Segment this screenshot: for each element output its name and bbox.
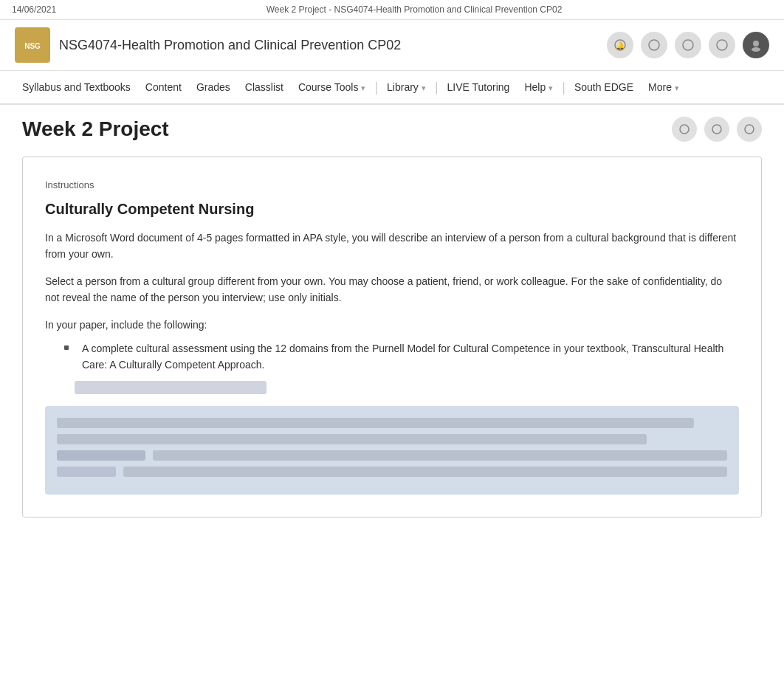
page-header-icons xyxy=(672,117,762,142)
user-icon xyxy=(749,38,763,52)
avatar[interactable] xyxy=(743,32,769,58)
bell-icon: 🔔 xyxy=(613,38,627,52)
nav-help[interactable]: Help xyxy=(517,71,560,103)
logo: NSG xyxy=(15,27,50,63)
mail-icon xyxy=(681,38,695,52)
svg-text:🔔: 🔔 xyxy=(616,41,625,50)
site-header: NSG NSG4074-Health Promotion and Clinica… xyxy=(0,20,784,71)
nav-divider-1: | xyxy=(373,80,379,94)
paragraph-1: In a Microsoft Word document of 4-5 page… xyxy=(45,230,739,263)
header-icon-4[interactable] xyxy=(709,32,735,58)
options-icon xyxy=(743,123,755,135)
header-icon-2[interactable] xyxy=(641,32,667,58)
bullet-list: A complete cultural assessment using the… xyxy=(45,340,739,374)
svg-point-4 xyxy=(649,40,659,50)
course-title: NSG4074-Health Promotion and Clinical Pr… xyxy=(59,38,401,53)
content-area: Instructions Culturally Competent Nursin… xyxy=(22,156,762,517)
breadcrumb: Week 2 Project - NSG4074-Health Promotio… xyxy=(267,4,563,15)
bookmark-icon xyxy=(711,123,723,135)
nav-syllabus[interactable]: Syllabus and Textbooks xyxy=(15,71,138,103)
chat-icon xyxy=(647,38,661,52)
svg-text:NSG: NSG xyxy=(24,42,41,50)
header-icon-1[interactable]: 🔔 xyxy=(607,32,633,58)
instructions-label: Instructions xyxy=(45,179,739,190)
svg-point-11 xyxy=(745,125,754,134)
page-action-icon-1[interactable] xyxy=(672,117,697,142)
page-action-icon-2[interactable] xyxy=(704,117,729,142)
date-label: 14/06/2021 xyxy=(12,4,56,15)
section-title: Culturally Competent Nursing xyxy=(45,201,739,218)
svg-point-7 xyxy=(753,41,759,47)
svg-point-6 xyxy=(717,40,727,50)
page-header: Week 2 Project xyxy=(0,105,784,149)
nav-classlist[interactable]: Classlist xyxy=(238,71,291,103)
paragraph-2: Select a person from a cultural group di… xyxy=(45,273,739,306)
paragraph-3: In your paper, include the following: xyxy=(45,317,739,333)
nav-live-tutoring[interactable]: LIVE Tutoring xyxy=(440,71,517,103)
logo-icon: NSG xyxy=(19,32,46,58)
nav-content[interactable]: Content xyxy=(138,71,189,103)
main-nav: Syllabus and Textbooks Content Grades Cl… xyxy=(0,71,784,105)
nav-divider-2: | xyxy=(433,80,440,94)
svg-point-5 xyxy=(683,40,693,50)
header-left: NSG NSG4074-Health Promotion and Clinica… xyxy=(15,27,401,63)
svg-point-9 xyxy=(680,125,689,134)
redacted-bullet-2 xyxy=(75,381,739,394)
redacted-content-block xyxy=(45,406,739,495)
settings-icon xyxy=(715,38,729,52)
nav-library[interactable]: Library xyxy=(379,71,433,103)
nav-grades[interactable]: Grades xyxy=(189,71,238,103)
header-icon-3[interactable] xyxy=(675,32,701,58)
nav-more[interactable]: More xyxy=(641,71,687,103)
share-icon xyxy=(678,123,690,135)
page-action-icon-3[interactable] xyxy=(737,117,762,142)
nav-course-tools[interactable]: Course Tools xyxy=(291,71,373,103)
top-bar: 14/06/2021 Week 2 Project - NSG4074-Heal… xyxy=(0,0,784,20)
bullet-item-1: A complete cultural assessment using the… xyxy=(75,340,739,374)
nav-south-edge[interactable]: South EDGE xyxy=(567,71,641,103)
header-icons: 🔔 xyxy=(607,32,769,58)
nav-divider-3: | xyxy=(560,80,567,94)
svg-point-8 xyxy=(752,47,760,52)
svg-point-10 xyxy=(712,125,721,134)
page-title: Week 2 Project xyxy=(22,117,169,141)
